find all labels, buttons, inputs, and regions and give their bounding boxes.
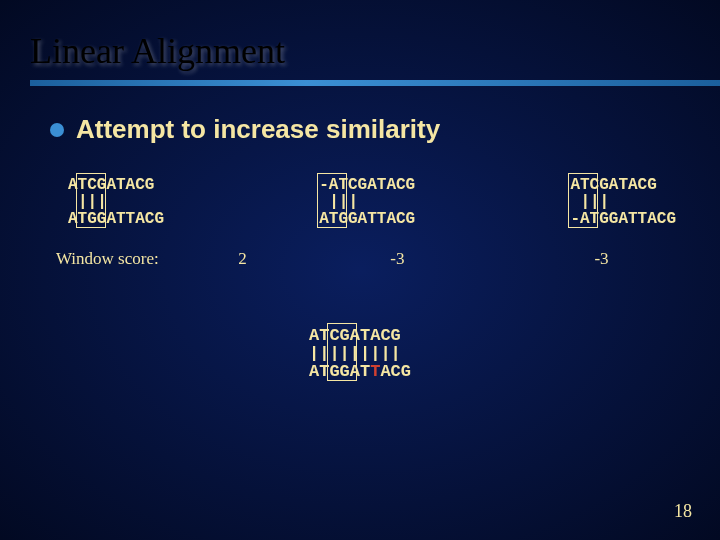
- seq-bot: -ATGGATTACG: [570, 211, 676, 228]
- seq-top-prefix: AT: [309, 326, 329, 345]
- alignment-c: ATCGATACG ||| -ATGGATTACG: [570, 173, 676, 231]
- page-number: 18: [674, 501, 692, 522]
- score-label: Window score:: [40, 249, 213, 269]
- alignment-a: ATCGATACG ||| ATGGATTACG: [68, 173, 164, 231]
- alignment-b: -ATCGATACG ||| ATGGATTACG: [319, 173, 415, 231]
- seq-bot: ATGGATTACG: [319, 211, 415, 228]
- seq-bars: |||: [570, 194, 676, 211]
- bullet-item: Attempt to increase similarity: [40, 114, 680, 145]
- score-a: 2: [213, 249, 272, 269]
- score-b: -3: [272, 249, 523, 269]
- seq-bot-red: T: [370, 362, 380, 381]
- alignment-row: ATCGATACG ||| ATGGATTACG -ATCGATACG ||| …: [40, 173, 680, 231]
- seq-top: -ATCGATACG: [319, 177, 415, 194]
- score-c: -3: [523, 249, 680, 269]
- alignment-d: ATCGATACG ||||||||| ATGGATTACG: [309, 323, 411, 385]
- seq-bot: ATGGATTACG: [68, 211, 164, 228]
- seq-bars: |||: [319, 194, 415, 211]
- seq-bars: |||: [68, 194, 164, 211]
- seq-top: ATCGATACG: [68, 177, 164, 194]
- bullet-text: Attempt to increase similarity: [76, 114, 440, 145]
- seq-bot-prefix: AT: [309, 362, 329, 381]
- bullet-icon: [50, 123, 64, 137]
- seq-bot: ATGGATTACG: [309, 363, 411, 381]
- seq-top: ATCGATACG: [570, 177, 676, 194]
- slide-content: Attempt to increase similarity ATCGATACG…: [0, 86, 720, 385]
- score-row: Window score: 2 -3 -3: [40, 231, 680, 269]
- seq-bot-mid2: ACG: [380, 362, 411, 381]
- seq-bars: |||||||||: [309, 345, 411, 363]
- seq-top-rest: CGATACG: [329, 326, 400, 345]
- seq-bot-mid1: GGAT: [329, 362, 370, 381]
- slide-title: Linear Alignment: [0, 0, 720, 80]
- seq-top: ATCGATACG: [309, 327, 411, 345]
- alignment-bottom: ATCGATACG ||||||||| ATGGATTACG: [40, 323, 680, 385]
